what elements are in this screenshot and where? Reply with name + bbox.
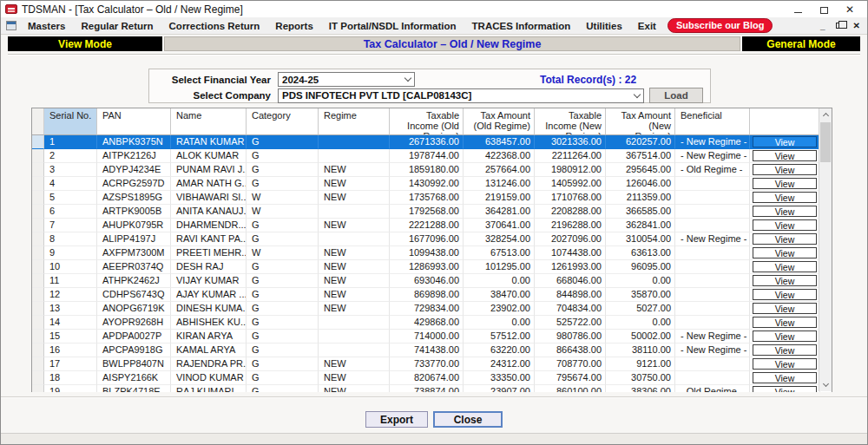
view-button[interactable]: View xyxy=(753,150,817,161)
maximize-button[interactable] xyxy=(811,2,837,17)
view-button[interactable]: View xyxy=(753,386,817,392)
menu-item-regular-return[interactable]: Regular Return xyxy=(73,19,161,33)
cell-regime: NEW xyxy=(319,163,390,177)
cell-name: DHARMENDR... xyxy=(171,219,247,232)
table-row[interactable]: 8ALIPP4197JRAVI KANT PA...G1677096.00328… xyxy=(32,232,832,246)
cell-category: W xyxy=(247,246,319,260)
cell-view: View xyxy=(750,205,820,219)
table-row[interactable]: 4ACRPG2597DAMAR NATH G...GNEW1430992.001… xyxy=(32,177,832,191)
vertical-scrollbar[interactable] xyxy=(819,108,832,391)
view-button[interactable]: View xyxy=(753,233,817,245)
menu-item-exit[interactable]: Exit xyxy=(630,19,664,33)
cell-tax_new: 362841.00 xyxy=(606,219,675,232)
menu-item-utilities[interactable]: Utilities xyxy=(578,19,630,33)
cell-regime xyxy=(319,135,390,149)
table-row[interactable]: 10AEEPR0374QDESH RAJGNEW1286993.00101295… xyxy=(32,260,832,274)
row-indicator xyxy=(32,163,44,177)
menu-item-reports[interactable]: Reports xyxy=(267,19,320,33)
cell-regime: NEW xyxy=(319,385,390,392)
cell-beneficial: - New Regime - xyxy=(675,344,750,357)
scroll-up-button[interactable] xyxy=(819,108,832,121)
table-row[interactable]: 18AISPY2166KVINOD KUMARGNEW820674.003335… xyxy=(32,371,832,385)
table-row[interactable]: 7AHUPK0795RDHARMENDR...GNEW2221288.00370… xyxy=(32,219,832,232)
menu-item-traces-information[interactable]: TRACES Information xyxy=(464,19,579,33)
view-button[interactable]: View xyxy=(753,344,817,356)
child-restore-button[interactable] xyxy=(836,23,843,29)
export-button[interactable]: Export xyxy=(365,411,428,428)
view-button[interactable]: View xyxy=(753,317,817,328)
page-title: Tax Calculator – Old / New Regime xyxy=(164,36,740,51)
menu-item-it-portal-nsdl-information[interactable]: IT Portal/NSDL Information xyxy=(321,19,464,33)
cell-pan: BWLPP8407N xyxy=(97,357,171,371)
table-row[interactable]: 11ATHPK2462JVIJAY KUMARGNEW693046.000.00… xyxy=(32,274,832,288)
view-button[interactable]: View xyxy=(753,206,817,217)
table-row[interactable]: 17BWLPP8407NRAJENDRA PR...GNEW733770.002… xyxy=(32,357,832,371)
subscribe-blog-button[interactable]: Subscribe our Blog xyxy=(667,18,773,33)
cell-view: View xyxy=(750,385,820,392)
cell-taxable_old: 429868.00 xyxy=(390,316,464,330)
view-button[interactable]: View xyxy=(753,330,817,342)
child-close-button[interactable]: ✕ xyxy=(853,22,860,30)
scrollbar-thumb[interactable] xyxy=(820,122,831,162)
cell-name: DINESH KUMA... xyxy=(171,302,247,316)
footer-buttons: Export Close xyxy=(1,411,867,428)
view-button[interactable]: View xyxy=(753,289,817,300)
table-row[interactable]: 1ANBPK9375NRATAN KUMARG2671336.00638457.… xyxy=(32,135,832,149)
view-button[interactable]: View xyxy=(753,261,817,272)
menu-item-masters[interactable]: Masters xyxy=(20,19,73,33)
table-row[interactable]: 12CDHPS6743QAJAY KUMAR ...GNEW869898.003… xyxy=(32,288,832,302)
table-row[interactable]: 5AZSPS1895GVIBHAWARI SI...WNEW1735768.00… xyxy=(32,191,832,205)
load-button[interactable]: Load xyxy=(649,88,703,103)
cell-tax_new: 50002.00 xyxy=(606,330,675,344)
financial-year-select[interactable]: 2024-25 xyxy=(278,72,415,87)
view-button[interactable]: View xyxy=(753,247,817,258)
table-row[interactable]: 9AXFPM7300MPREETI MEHR...WNEW1099438.006… xyxy=(32,246,832,260)
cell-name: VINOD KUMAR xyxy=(171,371,247,385)
cell-taxable_new: 860100.00 xyxy=(535,385,606,392)
view-button[interactable]: View xyxy=(753,178,817,189)
table-row[interactable]: 19BLZPK4718ERAJ KUMARI...GNEW738874.0023… xyxy=(32,385,832,392)
cell-taxable_new: 1405992.00 xyxy=(535,177,606,191)
view-button[interactable]: View xyxy=(753,164,817,175)
close-button[interactable]: Close xyxy=(433,411,503,428)
column-header-regime: Regime xyxy=(319,108,390,135)
view-button[interactable]: View xyxy=(753,192,817,203)
cell-taxable_old: 869898.00 xyxy=(390,288,464,302)
cell-view: View xyxy=(750,163,820,177)
cell-serial: 10 xyxy=(44,260,97,274)
view-button[interactable]: View xyxy=(753,219,817,231)
company-select[interactable]: PDS INFOTECH PVT LTD [CALP08143C] xyxy=(278,88,644,103)
table-row[interactable]: 6ARTPK9005BANITA KANAUJ...W1792568.00364… xyxy=(32,205,832,219)
column-header-view xyxy=(750,108,820,135)
cell-pan: ALIPP4197J xyxy=(97,232,171,246)
cell-serial: 9 xyxy=(44,246,97,260)
cell-regime xyxy=(319,205,390,219)
table-row[interactable]: 14AYOPR9268HABHISHEK KU...G429868.000.00… xyxy=(32,316,832,330)
table-row[interactable]: 2AITPK2126JALOK KUMARG1978744.00422368.0… xyxy=(32,149,832,163)
view-button[interactable]: View xyxy=(753,136,817,147)
view-button[interactable]: View xyxy=(753,358,817,370)
cell-pan: AXFPM7300M xyxy=(97,246,171,260)
title-bar: TDSMAN - [Tax Calculator – Old / New Reg… xyxy=(1,1,867,17)
close-window-button[interactable]: ✕ xyxy=(837,2,863,17)
table-row[interactable]: 13ANOPG6719KDINESH KUMA...GNEW729834.002… xyxy=(32,302,832,316)
table-row[interactable]: 16APCPA9918GKAMAL ARYAG741438.0063220.00… xyxy=(32,344,832,357)
child-minimize-button[interactable]: _ xyxy=(820,22,825,30)
view-button[interactable]: View xyxy=(753,275,817,286)
cell-tax_old: 24312.00 xyxy=(464,357,535,371)
table-row[interactable]: 3ADYPJ4234EPUNAM RAVI J...GNEW1859180.00… xyxy=(32,163,832,177)
chevron-down-icon xyxy=(404,75,411,82)
minimize-button[interactable] xyxy=(785,2,811,17)
cell-beneficial xyxy=(675,288,750,302)
menu-item-corrections-return[interactable]: Corrections Return xyxy=(161,19,268,33)
scroll-down-button[interactable] xyxy=(819,378,832,391)
cell-tax_old: 328254.00 xyxy=(464,232,535,246)
cell-serial: 15 xyxy=(44,330,97,344)
cell-pan: CDHPS6743Q xyxy=(97,288,171,302)
menu-items: MastersRegular ReturnCorrections ReturnR… xyxy=(20,19,664,33)
view-button[interactable]: View xyxy=(753,303,817,314)
view-button[interactable]: View xyxy=(753,372,817,383)
table-row[interactable]: 15APDPA0027PKIRAN ARYAG714000.0057512.00… xyxy=(32,330,832,344)
divider xyxy=(1,396,867,398)
cell-taxable_new: 1710768.00 xyxy=(535,191,606,205)
